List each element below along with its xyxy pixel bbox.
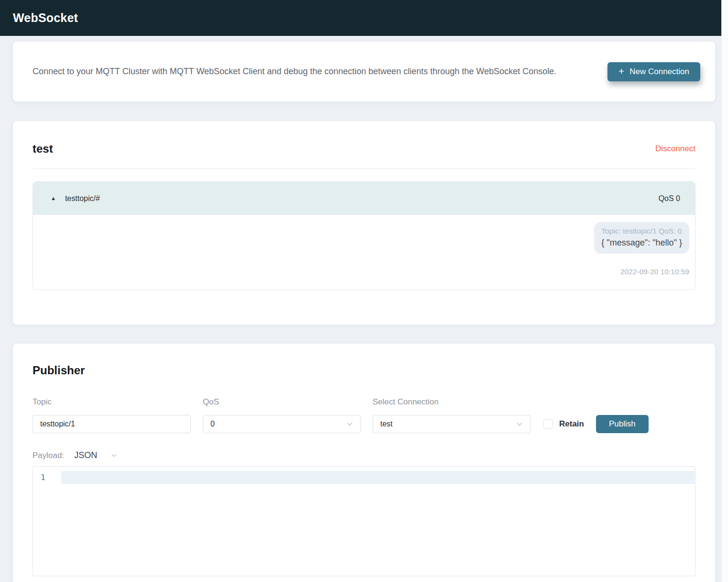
- app-header: WebSocket: [0, 0, 721, 36]
- payload-format-select[interactable]: JSON: [74, 450, 97, 460]
- messages-area: Topic: testtopic/1 QoS: 0 { "message": "…: [33, 215, 695, 290]
- editor-active-line: [61, 471, 695, 484]
- intro-description: Connect to your MQTT Cluster with MQTT W…: [33, 67, 556, 77]
- new-connection-label: New Connection: [629, 67, 689, 77]
- publisher-form-row: Topic testtopic/1 QoS 0 Select Connectio…: [33, 397, 695, 433]
- subscription-box: ▲ testtopic/# QoS 0 Topic: testtopic/1 Q…: [33, 181, 695, 290]
- subscription-qos-badge: QoS 0: [659, 194, 680, 203]
- message-bubble: Topic: testtopic/1 QoS: 0 { "message": "…: [594, 222, 689, 254]
- collapse-icon[interactable]: ▲: [51, 196, 56, 201]
- qos-field-group: QoS 0: [203, 397, 361, 433]
- chevron-down-icon: [516, 421, 523, 427]
- payload-row: Payload: JSON: [33, 450, 695, 460]
- connection-select-value: test: [380, 420, 393, 428]
- topic-input-value: testtopic/1: [40, 420, 75, 428]
- message-timestamp: 2022-09-20 10:10:59: [620, 268, 689, 276]
- plus-icon: +: [618, 66, 624, 76]
- connection-header: test Disconnect: [33, 121, 695, 156]
- page-title: WebSocket: [13, 11, 78, 25]
- message-payload: { "message": "hello" }: [601, 238, 682, 248]
- topic-input[interactable]: testtopic/1: [33, 415, 191, 433]
- connection-select[interactable]: test: [373, 415, 530, 433]
- payload-label: Payload:: [33, 451, 64, 460]
- page-scrollbar[interactable]: [721, 0, 728, 582]
- disconnect-link[interactable]: Disconnect: [655, 144, 695, 154]
- new-connection-button[interactable]: + New Connection: [607, 62, 700, 81]
- connection-name: test: [33, 142, 53, 156]
- intro-card: Connect to your MQTT Cluster with MQTT W…: [13, 42, 715, 101]
- topic-field-group: Topic testtopic/1: [33, 397, 191, 433]
- subscription-bar[interactable]: ▲ testtopic/# QoS 0: [33, 182, 695, 215]
- connection-select-group: Select Connection test: [373, 397, 530, 433]
- publisher-title: Publisher: [33, 344, 695, 377]
- connection-card: test Disconnect ▲ testtopic/# QoS 0 Topi…: [13, 121, 715, 325]
- retain-checkbox[interactable]: [543, 419, 553, 429]
- retain-group: Retain: [543, 415, 584, 433]
- qos-label: QoS: [203, 397, 361, 407]
- publish-button[interactable]: Publish: [596, 415, 649, 433]
- select-connection-label: Select Connection: [373, 397, 530, 407]
- message-meta: Topic: testtopic/1 QoS: 0: [601, 227, 682, 235]
- subscription-topic: testtopic/#: [65, 194, 100, 203]
- chevron-down-icon[interactable]: [111, 452, 117, 459]
- divider: [33, 168, 695, 169]
- publisher-card: Publisher Topic testtopic/1 QoS 0 Select…: [13, 344, 715, 582]
- topic-label: Topic: [33, 397, 191, 407]
- qos-select-value: 0: [210, 420, 215, 428]
- editor-line-number: 1: [41, 471, 45, 484]
- payload-editor[interactable]: 1: [33, 466, 695, 576]
- chevron-down-icon: [346, 421, 353, 427]
- retain-label: Retain: [559, 419, 584, 429]
- qos-select[interactable]: 0: [203, 415, 361, 433]
